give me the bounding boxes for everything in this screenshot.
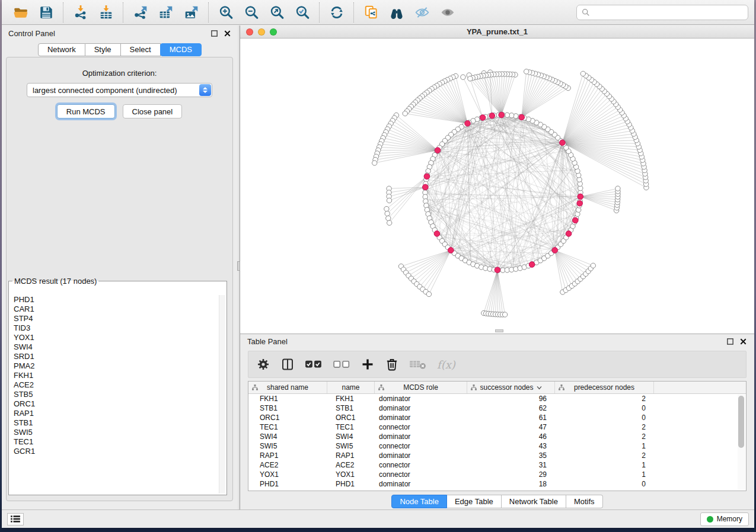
table-row[interactable]: ORC1ORC1dominator610 — [248, 413, 746, 422]
column-namespace-icon — [558, 384, 565, 391]
search-input[interactable] — [594, 8, 743, 17]
select-all-rows-button[interactable] — [305, 357, 323, 371]
tab-node-table[interactable]: Node Table — [391, 495, 447, 508]
horizontal-splitter-grip[interactable] — [495, 329, 503, 332]
destroy-table-button-disabled[interactable] — [409, 357, 427, 371]
mcds-result-item[interactable]: PHD1 — [10, 295, 218, 305]
table-row[interactable]: FKH1FKH1dominator962 — [248, 394, 746, 403]
tab-network[interactable]: Network — [38, 43, 85, 56]
mcds-result-scrollbar[interactable] — [219, 295, 225, 493]
mcds-result-item[interactable]: PMA2 — [10, 361, 218, 371]
mcds-result-item[interactable]: SRD1 — [10, 352, 218, 361]
mcds-result-item[interactable]: STP4 — [10, 314, 218, 323]
application-window: Control Panel NetworkStyleSelectMCDS Opt… — [2, 0, 754, 528]
mcds-result-item[interactable]: SWI4 — [10, 342, 218, 352]
column-header-MCDS-role[interactable]: MCDS role — [375, 382, 467, 393]
mcds-result-item[interactable]: STB1 — [10, 418, 218, 428]
node-table: shared namenameMCDS rolesuccessor nodesp… — [248, 381, 747, 491]
mcds-result-item[interactable]: YOX1 — [10, 333, 218, 342]
network-canvas[interactable] — [240, 39, 754, 333]
import-table-icon — [98, 5, 114, 20]
zoom-selected-button[interactable] — [293, 3, 311, 21]
mcds-result-item[interactable]: FKH1 — [10, 371, 218, 380]
function-builder-button-disabled[interactable]: f(x) — [437, 358, 455, 371]
column-header-name[interactable]: name — [327, 382, 375, 393]
optimization-criterion-select[interactable]: largest connected component (undirected) — [27, 83, 212, 97]
table-settings-button[interactable] — [256, 357, 270, 371]
import-table-button[interactable] — [97, 3, 115, 21]
mcds-result-item[interactable]: SWI5 — [10, 428, 218, 437]
delete-column-button[interactable] — [385, 357, 399, 371]
select-first-neighbors-button[interactable] — [387, 3, 406, 21]
zoom-in-button[interactable] — [216, 3, 235, 21]
mcds-result-item[interactable]: STB5 — [10, 390, 218, 399]
optimization-criterion-value: largest connected component (undirected) — [33, 86, 177, 95]
table-row[interactable]: PHD1PHD1dominator180 — [248, 479, 746, 489]
table-row[interactable]: STB1STB1dominator620 — [248, 403, 746, 413]
close-panel-icon[interactable] — [739, 338, 747, 345]
table-row[interactable]: SWI5SWI5connector431 — [248, 441, 746, 451]
window-zoom-button[interactable] — [270, 28, 277, 36]
zoom-out-button[interactable] — [242, 3, 260, 21]
mcds-result-item[interactable]: TEC1 — [10, 437, 218, 447]
import-network-button[interactable] — [71, 3, 90, 21]
close-panel-button[interactable]: Close panel — [123, 104, 183, 118]
window-minimize-button[interactable] — [258, 28, 265, 36]
toolbar-separator — [123, 2, 123, 23]
mcds-result-item[interactable]: GCR1 — [10, 447, 218, 456]
optimization-criterion-label: Optimization criterion: — [7, 69, 232, 78]
table-row[interactable]: YOX1YOX1connector291 — [248, 470, 746, 479]
mcds-result-item[interactable]: CAR1 — [10, 305, 218, 314]
main-toolbar — [2, 0, 754, 25]
mcds-result-item[interactable]: TID3 — [10, 323, 218, 333]
network-view-window: YPA_prune.txt_1 — [240, 25, 754, 334]
tab-select[interactable]: Select — [121, 43, 161, 56]
sort-desc-icon — [537, 386, 542, 390]
status-bar: Memory — [2, 509, 754, 528]
tab-motifs[interactable]: Motifs — [566, 495, 603, 508]
float-panel-icon[interactable] — [726, 338, 734, 345]
clone-network-button[interactable] — [362, 3, 380, 21]
table-scrollbar[interactable] — [738, 395, 745, 490]
node-table-body: FKH1FKH1dominator962STB1STB1dominator620… — [248, 394, 746, 489]
refresh-icon — [329, 5, 344, 20]
export-table-button[interactable] — [157, 3, 175, 21]
export-network-button[interactable] — [131, 3, 149, 21]
show-all-button[interactable] — [438, 3, 457, 21]
table-scrollbar-thumb[interactable] — [738, 396, 744, 448]
table-row[interactable]: ACE2ACE2connector311 — [248, 460, 746, 470]
tab-mcds[interactable]: MCDS — [160, 43, 202, 56]
run-mcds-button[interactable]: Run MCDS — [57, 104, 115, 118]
save-session-button[interactable] — [37, 3, 55, 21]
mcds-result-item[interactable]: RAP1 — [10, 409, 218, 418]
column-namespace-icon — [378, 384, 385, 391]
show-columns-button[interactable] — [280, 357, 295, 371]
tab-network-table[interactable]: Network Table — [502, 495, 566, 508]
export-image-button[interactable] — [182, 3, 200, 21]
mcds-result-item[interactable]: ACE2 — [10, 380, 218, 390]
tab-edge-table[interactable]: Edge Table — [447, 495, 502, 508]
zoom-fit-button[interactable] — [267, 3, 286, 21]
hide-selected-button[interactable] — [413, 3, 431, 21]
table-row[interactable]: SWI4SWI4dominator462 — [248, 432, 746, 441]
table-row[interactable]: RAP1RAP1dominator352 — [248, 451, 746, 460]
control-panel-title: Control Panel — [8, 29, 55, 38]
column-header-successor-nodes[interactable]: successor nodes — [467, 382, 555, 393]
tab-style[interactable]: Style — [85, 43, 121, 56]
mcds-result-item[interactable]: ORC1 — [10, 399, 218, 409]
toolbar-separator — [319, 2, 320, 23]
mcds-panel: Optimization criterion: largest connecte… — [6, 57, 233, 501]
close-panel-icon[interactable] — [224, 30, 231, 37]
deselect-all-rows-button[interactable] — [333, 357, 350, 371]
float-panel-icon[interactable] — [210, 30, 218, 37]
save-icon — [39, 5, 54, 20]
apply-layout-button[interactable] — [327, 3, 346, 21]
memory-button[interactable]: Memory — [700, 512, 749, 526]
create-column-button[interactable] — [361, 357, 375, 371]
table-row[interactable]: TEC1TEC1connector472 — [248, 422, 746, 432]
column-header-shared-name[interactable]: shared name — [248, 382, 327, 393]
show-panels-menu-button[interactable] — [7, 513, 24, 525]
window-close-button[interactable] — [246, 28, 253, 36]
column-header-predecessor-nodes[interactable]: predecessor nodes — [555, 382, 654, 393]
open-session-button[interactable] — [11, 3, 30, 21]
